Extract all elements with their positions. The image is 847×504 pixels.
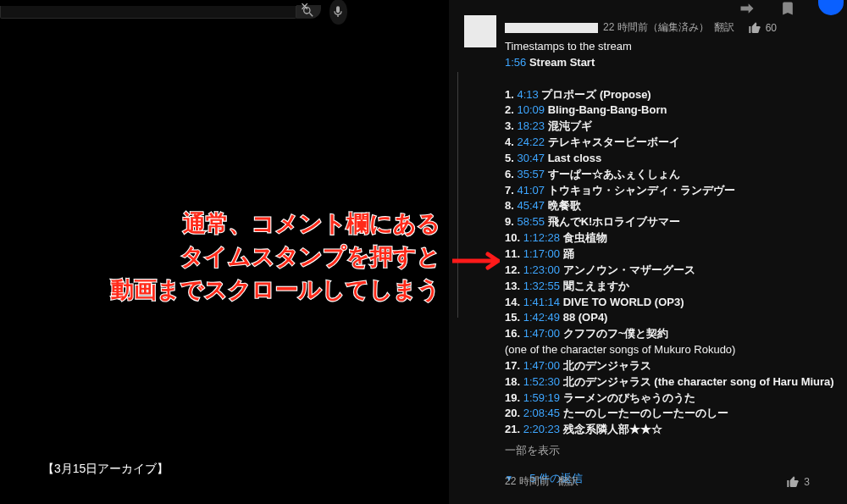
song-title: Last closs [548,152,602,164]
song-title: 飛んでK!ホロライブサマー [548,215,681,228]
song-title: テレキャスタービーボーイ [548,136,680,148]
timestamp-link[interactable]: 4:13 [517,88,538,101]
show-more-button[interactable]: 一部を表示 [505,444,560,457]
song-title: トウキョウ・シャンディ・ランデヴー [548,184,735,197]
list-number: 16. [505,327,520,340]
timestamp-link[interactable]: 1:52:30 [523,375,560,388]
song-title: DIVE TO WORLD (OP3) [563,296,684,308]
list-number: 20. [505,407,520,419]
thumb-up-icon [748,21,761,35]
timestamp-link[interactable]: 41:07 [517,184,545,197]
list-number: 21. [505,423,520,435]
timestamp-link[interactable]: 1:41:14 [523,296,560,308]
song-title: 食虫植物 [563,231,607,244]
timestamp-link[interactable]: 1:59:19 [523,391,560,404]
voice-search-button[interactable] [329,0,347,25]
list-number: 5. [505,152,514,164]
song-title: アンノウン・マザーグース [563,263,695,276]
song-title: Bling-Bang-Bang-Born [548,103,667,116]
song-title: 聞こえますか [563,280,629,292]
list-number: 14. [505,296,520,308]
list-number: 1. [505,88,514,101]
list-number: 4. [505,136,514,148]
timestamp-link[interactable]: 18:23 [517,119,545,132]
timestamp-link[interactable]: 1:42:49 [523,311,560,324]
song-title: 88 (OP4) [563,311,608,324]
video-title: 【3月15日アーカイブ】 [42,462,169,477]
timestamp-link[interactable]: 2:08:45 [523,407,560,419]
song-title: プロポーズ (Propose) [541,88,650,101]
list-number: 2. [505,103,514,116]
like-count: 60 [766,22,777,34]
timestamp-link[interactable]: 1:23:00 [523,263,560,276]
timestamp-link[interactable]: 1:56 [505,56,526,69]
timestamp-link[interactable]: 1:47:00 [523,327,560,340]
comment2-like-button[interactable]: 3 [786,475,810,489]
song-title: 踊 [563,247,574,260]
list-number: 13. [505,280,520,292]
save-icon[interactable] [779,0,796,17]
list-number: 10. [505,231,520,244]
comment-body: Timestamps to the stream1:56 Stream Star… [505,39,840,487]
song-title: 混沌ブギ [548,119,592,132]
song-title: ラーメンのびちゃうのうた [563,391,695,404]
intro-label: Stream Start [529,56,595,69]
comment-avatar[interactable] [464,15,496,47]
search-input[interactable] [0,6,296,19]
like-button[interactable]: 60 [748,21,777,35]
timestamp-link[interactable]: 58:55 [517,215,545,228]
song-title: すーぱー☆あふぇくしょん [548,168,680,180]
song-title: 北のデンジャラス (the character song of Haru Miu… [563,375,834,388]
list-number: 18. [505,375,520,388]
list-number: 9. [505,215,514,228]
list-number: 12. [505,263,520,276]
list-number: 17. [505,359,520,372]
list-number: 11. [505,247,520,260]
song-title: 残念系隣人部★★☆ [563,423,662,435]
clear-icon[interactable]: × [301,0,308,14]
video-player-area[interactable]: × 【3月15日アーカイブ】 [0,0,449,504]
share-icon[interactable] [739,0,756,17]
timestamp-link[interactable]: 35:57 [517,168,545,180]
comments-panel: 22 時間前（編集済み） 翻訳 60 Timestamps to the str… [457,0,847,504]
timestamp-link[interactable]: 1:12:28 [523,231,560,244]
timestamp-link[interactable]: 2:20:23 [523,423,560,435]
song-title: 北のデンジャラス [563,359,651,372]
comment2-like-count: 3 [804,476,810,488]
comment-header: 22 時間前（編集済み） 翻訳 60 [505,20,777,35]
timestamp-link[interactable]: 1:47:00 [523,359,560,372]
comment-time-meta: 22 時間前（編集済み） [603,20,709,35]
thumb-up-icon [786,475,800,489]
list-number: 19. [505,391,520,404]
comment-header-text: Timestamps to the stream [505,40,632,53]
timestamp-link[interactable]: 1:17:00 [523,247,560,260]
comment2-time: 22 時間前 [505,474,550,489]
comment2-translate[interactable]: 翻訳 [558,474,579,489]
blue-avatar-badge[interactable] [818,0,844,15]
second-comment-meta: 22 時間前 翻訳 3 [505,474,835,489]
panel-divider [457,72,458,318]
list-number: 3. [505,119,514,132]
timestamp-link[interactable]: 24:22 [517,136,545,148]
timestamp-link[interactable]: 30:47 [517,152,545,164]
list-number: 15. [505,311,520,324]
list-number: 8. [505,199,514,212]
mic-icon [331,5,345,19]
timestamp-link[interactable]: 1:32:55 [523,280,560,292]
action-icons [739,0,796,17]
timestamp-link[interactable]: 10:09 [517,103,545,116]
song-title: クフフのフ~僕と契約 [563,327,669,340]
list-number: 6. [505,168,514,180]
list-note: (one of the character songs of Mukuro Ro… [505,343,735,356]
comment-author-redacted[interactable] [505,23,598,33]
search-bar: × [0,0,347,24]
timestamp-link[interactable]: 45:47 [517,199,545,212]
translate-button[interactable]: 翻訳 [714,20,734,35]
list-number: 7. [505,184,514,197]
song-title: 晩餐歌 [548,199,581,212]
song-title: たーのしーたーのしーたーのしー [563,407,728,419]
